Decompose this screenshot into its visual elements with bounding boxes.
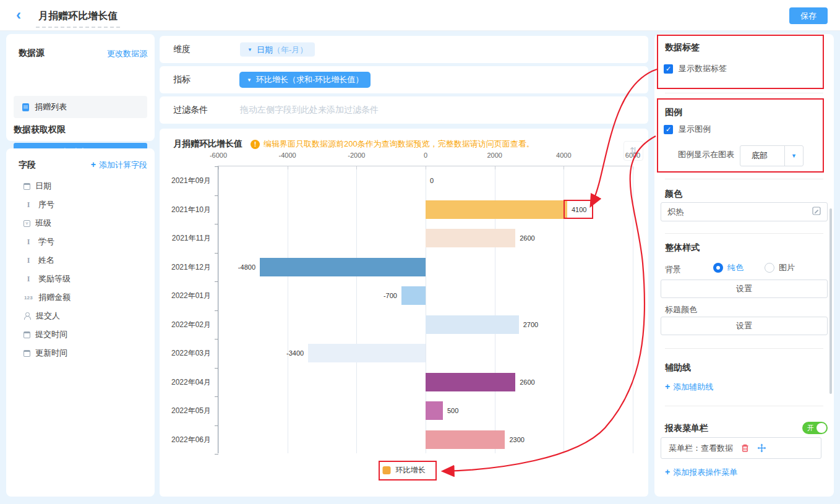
edit-icon[interactable]	[812, 207, 821, 217]
dimension-tag[interactable]: ▼ 日期 （年-月）	[240, 43, 315, 57]
data-label: 0	[430, 177, 434, 184]
x-axis-tick-label: -6000	[210, 152, 227, 159]
field-item-提交时间[interactable]: 提交时间	[14, 325, 147, 344]
field-item-label: 更新时间	[35, 348, 67, 359]
chevron-down-icon: ▼	[247, 47, 252, 53]
category-label: 2022年06月	[161, 434, 211, 445]
preview-notice-text: 编辑界面只取数据源前200条作为查询数据预览，完整数据请访问页面查看。	[264, 139, 534, 150]
calendar-icon	[24, 331, 30, 338]
color-theme-value: 炽热	[667, 207, 684, 218]
bar-2022年03月[interactable]	[308, 344, 426, 362]
legend-position-select[interactable]: 底部 ▼	[740, 145, 804, 166]
show-legend-checkbox[interactable]: ✓ 显示图例	[664, 124, 711, 135]
data-label-section-title: 数据标签	[665, 42, 700, 53]
field-list: 日期I序号v班级I学号I姓名I奖励等级123捐赠金额提交人提交时间更新时间	[14, 177, 147, 362]
metric-row: 指标 ▼ 环比增长（求和-环比增长值）	[160, 66, 648, 93]
top-bar: ‹ 月捐赠环比增长值 保存	[0, 0, 840, 31]
bar-2021年12月[interactable]	[260, 258, 426, 276]
bg-settings-button[interactable]: 设置	[661, 280, 828, 298]
x-axis-tick-label: 6000	[625, 152, 640, 159]
scrollbar[interactable]	[829, 208, 832, 394]
bg-solid-radio[interactable]: 纯色	[713, 262, 744, 273]
bar-2022年02月[interactable]	[426, 315, 519, 334]
menu-item-label: 菜单栏：查看数据	[669, 443, 733, 454]
document-icon	[22, 103, 29, 111]
axis-tick	[218, 166, 219, 169]
field-item-学号[interactable]: I学号	[14, 233, 147, 251]
bar-2022年01月[interactable]	[401, 286, 426, 305]
bar-2021年11月[interactable]	[426, 229, 515, 247]
filter-label: 过滤条件	[173, 105, 208, 116]
metric-tag[interactable]: ▼ 环比增长（求和-环比增长值）	[239, 72, 371, 88]
axis-tick	[564, 166, 564, 169]
fields-title: 字段	[19, 160, 36, 171]
bar-2022年05月[interactable]	[426, 401, 443, 420]
add-menu-link[interactable]: 添加报表操作菜单	[665, 467, 737, 478]
title-color-settings-button[interactable]: 设置	[661, 317, 828, 335]
title-color-label: 标题颜色	[665, 304, 697, 315]
page-title[interactable]: 月捐赠环比增长值	[36, 10, 120, 28]
gridline	[288, 166, 288, 453]
calendar-icon	[24, 350, 30, 357]
field-item-更新时间[interactable]: 更新时间	[14, 344, 147, 362]
select-icon: v	[24, 220, 30, 227]
number-icon: 123	[24, 293, 33, 302]
move-icon[interactable]	[757, 443, 766, 453]
data-label: -4800	[238, 263, 255, 271]
field-item-姓名[interactable]: I姓名	[14, 251, 147, 270]
field-item-日期[interactable]: 日期	[14, 177, 147, 195]
dimension-tag-format: （年-月）	[273, 44, 307, 55]
checkbox-checked-icon: ✓	[664, 125, 673, 134]
add-calc-field-link[interactable]: 添加计算字段	[91, 160, 147, 171]
divider	[665, 179, 823, 179]
category-label: 2022年01月	[161, 291, 211, 301]
trash-icon[interactable]	[740, 443, 750, 453]
text-icon: I	[24, 200, 33, 209]
legend-position-value: 底部	[740, 150, 784, 161]
chart-legend[interactable]: 环比增长	[383, 465, 426, 476]
toggle-on-label: 开	[807, 424, 814, 432]
change-datasource-link[interactable]: 更改数据源	[107, 48, 147, 59]
chevron-down-icon: ▼	[784, 146, 803, 166]
y-axis-tick	[215, 224, 218, 224]
data-label: -3400	[286, 349, 304, 357]
save-button[interactable]: 保存	[789, 7, 828, 24]
y-axis-tick	[215, 253, 218, 254]
y-axis-tick	[215, 425, 218, 426]
field-item-提交人[interactable]: 提交人	[14, 307, 147, 325]
checkbox-checked-icon: ✓	[664, 64, 673, 74]
report-designer-page: ‹ 月捐赠环比增长值 保存 数据源 更改数据源 捐赠列表 数据获取权限 报表权限…	[0, 0, 840, 504]
chart-title: 月捐赠环比增长值	[173, 139, 242, 150]
divider	[665, 233, 823, 234]
radio-unselected-icon	[765, 263, 774, 273]
warning-icon: !	[251, 140, 260, 149]
show-data-label-checkbox[interactable]: ✓ 显示数据标签	[664, 63, 727, 74]
filter-row[interactable]: 过滤条件 拖动左侧字段到此处来添加过滤条件	[160, 96, 648, 124]
radio-selected-icon	[713, 263, 723, 273]
bg-image-radio[interactable]: 图片	[765, 262, 795, 273]
metric-tag-label: 环比增长（求和-环比增长值）	[256, 74, 363, 85]
back-icon[interactable]: ‹	[16, 7, 21, 23]
field-item-奖励等级[interactable]: I奖励等级	[14, 270, 147, 288]
metric-label: 指标	[173, 74, 191, 85]
bar-2022年04月[interactable]	[426, 373, 515, 391]
text-icon: I	[24, 237, 33, 246]
datasource-item[interactable]: 捐赠列表	[14, 96, 147, 118]
field-item-序号[interactable]: I序号	[14, 195, 147, 214]
menu-bar-title: 报表菜单栏	[665, 423, 708, 434]
field-item-班级[interactable]: v班级	[14, 214, 147, 233]
bg-solid-label: 纯色	[727, 262, 744, 273]
add-aux-line-link[interactable]: 添加辅助线	[665, 382, 713, 393]
bar-2022年06月[interactable]	[426, 430, 505, 449]
category-label: 2021年11月	[161, 233, 211, 244]
field-item-捐赠金额[interactable]: 123捐赠金额	[14, 288, 147, 307]
field-item-label: 奖励等级	[38, 273, 71, 284]
color-theme-input[interactable]: 炽热	[661, 202, 828, 221]
menu-item-row[interactable]: 菜单栏：查看数据	[661, 437, 821, 459]
y-axis-tick	[215, 368, 218, 369]
dimension-label: 维度	[173, 44, 191, 55]
category-label: 2021年12月	[161, 262, 211, 272]
menu-bar-toggle[interactable]: 开	[802, 422, 828, 434]
show-data-label-text: 显示数据标签	[679, 63, 727, 74]
bar-2021年10月[interactable]	[426, 200, 567, 219]
